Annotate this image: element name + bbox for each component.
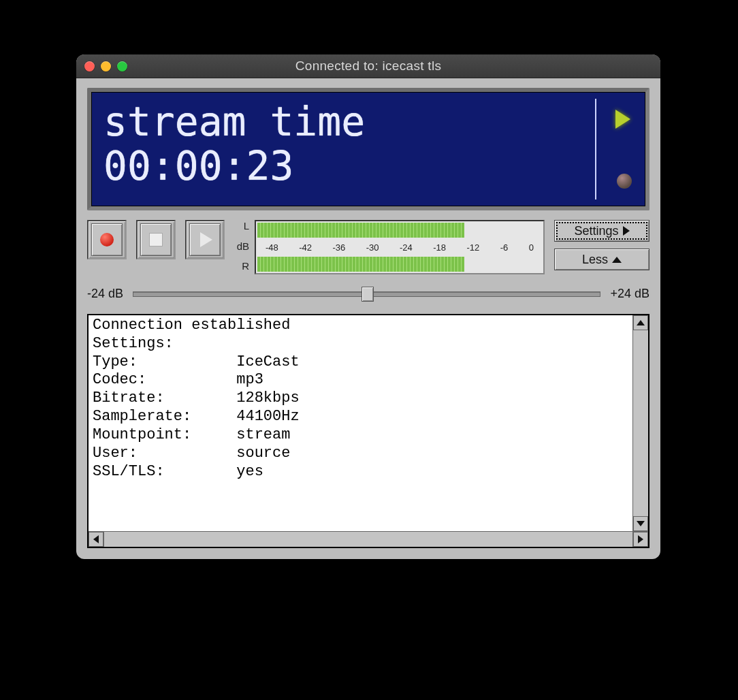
play-button[interactable] <box>185 220 225 259</box>
meter-bar-right <box>257 257 464 272</box>
minimize-icon[interactable] <box>101 61 111 71</box>
meter-tick: -42 <box>299 242 312 253</box>
less-button[interactable]: Less <box>554 249 649 270</box>
gain-thumb[interactable] <box>362 287 374 302</box>
stop-icon <box>149 233 163 246</box>
app-window: Connected to: icecast tls stream time 00… <box>76 54 660 559</box>
chevron-up-icon <box>637 320 645 325</box>
play-icon <box>200 232 212 247</box>
meter-left-label: L <box>234 220 249 232</box>
meter-tick: -18 <box>433 242 446 253</box>
chevron-right-icon <box>638 535 643 543</box>
meter-tick: -12 <box>467 242 480 253</box>
settings-button[interactable]: Settings <box>554 220 649 242</box>
scroll-up-button[interactable] <box>633 315 648 330</box>
close-icon[interactable] <box>84 61 95 71</box>
meter-scale: -48 -42 -36 -30 -24 -18 -12 -6 0 <box>256 238 543 257</box>
meter-tick: -48 <box>266 242 278 253</box>
meter-right-label: R <box>234 260 249 272</box>
gain-min-label: -24 dB <box>87 287 123 301</box>
horizontal-scrollbar[interactable] <box>89 531 648 547</box>
vu-meter: L dB R -48 -42 -36 -30 -24 -18 <box>234 220 545 274</box>
gain-slider[interactable] <box>133 285 600 302</box>
chevron-down-icon <box>637 521 645 526</box>
lcd-separator <box>595 99 596 200</box>
meter-tick: -30 <box>366 242 379 253</box>
meter-tick: -6 <box>500 242 509 253</box>
scroll-down-button[interactable] <box>633 516 648 531</box>
log-text[interactable]: Connection established Settings: Type: I… <box>89 315 632 531</box>
meter-tick: -24 <box>400 242 413 253</box>
chevron-left-icon <box>93 535 99 543</box>
streaming-indicator-icon <box>615 110 630 129</box>
settings-label: Settings <box>574 224 618 238</box>
recording-indicator-icon <box>617 174 632 189</box>
record-icon <box>100 233 114 246</box>
scroll-left-button[interactable] <box>89 532 103 547</box>
meter-tick: 0 <box>529 242 534 253</box>
lcd-display: stream time 00:00:23 <box>87 88 649 210</box>
stop-button[interactable] <box>136 220 176 259</box>
record-button[interactable] <box>87 220 127 259</box>
chevron-up-icon <box>612 257 622 263</box>
lcd-line-2: 00:00:23 <box>103 146 365 187</box>
meter-bar-left <box>257 223 464 238</box>
lcd-line-1: stream time <box>103 101 365 143</box>
titlebar[interactable]: Connected to: icecast tls <box>76 54 660 78</box>
scroll-right-button[interactable] <box>633 532 648 547</box>
log-panel: Connection established Settings: Type: I… <box>87 314 649 548</box>
meter-tick: -36 <box>333 242 346 253</box>
zoom-icon[interactable] <box>117 61 127 71</box>
chevron-right-icon <box>623 226 630 236</box>
vertical-scrollbar[interactable] <box>632 315 648 531</box>
less-label: Less <box>582 253 608 267</box>
meter-unit-label: dB <box>234 240 249 252</box>
window-title: Connected to: icecast tls <box>76 59 660 74</box>
gain-max-label: +24 dB <box>610 287 649 301</box>
